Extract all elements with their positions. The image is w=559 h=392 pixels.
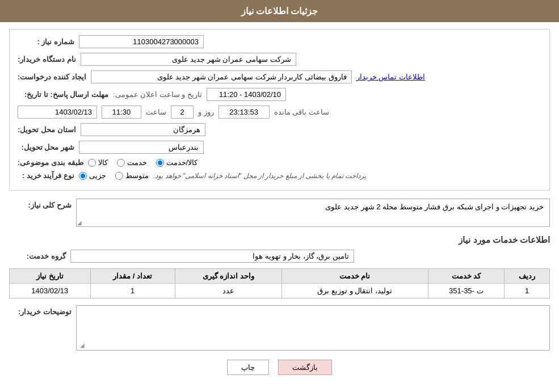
- kala-label: کالا: [98, 158, 108, 167]
- timer-value: 23:13:53: [218, 106, 270, 119]
- motavaset-label: متوسط: [125, 171, 149, 180]
- cell-service-name: تولید، انتقال و توزیع برق: [281, 284, 428, 298]
- requester-row: اطلاعات تماس خریدار فاروق بیضائی کاربردا…: [18, 70, 541, 83]
- khedmat-label: خدمت: [127, 158, 147, 167]
- motavaset-radio[interactable]: [115, 172, 123, 180]
- page-title: جزئیات اطلاعات نیاز: [241, 6, 318, 16]
- col-unit: واحد اندازه گیری: [175, 269, 281, 284]
- response-deadline-label: مهلت ارسال پاسخ: تا تاریخ:: [18, 90, 108, 99]
- buyer-notes-box: ◢: [76, 305, 550, 351]
- timer-row: ساعت باقی مانده 23:13:53 روز و 2 ساعت 11…: [18, 106, 541, 119]
- city-label: شهر محل تحویل:: [18, 143, 74, 151]
- kala-khedmat-radio[interactable]: [156, 159, 164, 167]
- buyer-notes-row: ◢ توضیحات خریدار:: [9, 305, 550, 351]
- remaining-label: ساعت باقی مانده: [274, 108, 329, 116]
- kala-radio[interactable]: [88, 159, 96, 167]
- process-row: پرداخت تمام یا بخشی از مبلغ خریدار از مح…: [18, 171, 541, 180]
- buyer-org-value: شرکت سهامی عمران شهر جدید علوی: [81, 53, 296, 66]
- category-row: کالا/خدمت خدمت کالا طبقه بندی موضوعی:: [18, 158, 541, 167]
- city-value: بندرعباس: [79, 141, 204, 154]
- col-quantity: تعداد / مقدار: [90, 269, 175, 284]
- content-area: 1103004273000003 شماره نیاز : شرکت سهامی…: [0, 22, 559, 387]
- cell-date: 1403/02/13: [10, 284, 91, 298]
- col-row-num: ردیف: [505, 269, 550, 284]
- category-kala[interactable]: کالا: [88, 158, 108, 167]
- contact-link[interactable]: اطلاعات تماس خریدار: [356, 73, 425, 81]
- back-button[interactable]: بازگشت: [278, 360, 332, 375]
- services-section-title: اطلاعات خدمات مورد نیاز: [9, 235, 550, 245]
- service-group-row: تامین برق، گاز، بخار و تهویه هوا گروه خد…: [9, 250, 550, 263]
- city-row: بندرعباس شهر محل تحویل:: [18, 141, 541, 154]
- category-label: طبقه بندی موضوعی:: [18, 158, 83, 167]
- buyer-notes-label: توضیحات خریدار:: [9, 305, 72, 316]
- days-label: روز و: [198, 108, 214, 116]
- print-button[interactable]: چاپ: [227, 360, 269, 375]
- cell-row-num: 1: [505, 284, 550, 298]
- col-service-code: کد خدمت: [428, 269, 505, 284]
- kala-khedmat-label: کالا/خدمت: [166, 158, 198, 167]
- process-jozii[interactable]: جزیی: [79, 171, 106, 180]
- days-value: 2: [171, 106, 194, 119]
- process-note: پرداخت تمام یا بخشی از مبلغ خریدار از مح…: [153, 172, 366, 180]
- description-row: خرید تجهیزات و اجرای شبکه برق فشار متوسط…: [9, 199, 550, 227]
- announce-datetime-label: تاریخ و ساعت اعلان عمومی:: [113, 90, 202, 99]
- description-label: شرح کلی نیاز:: [9, 199, 72, 209]
- page-wrapper: جزئیات اطلاعات نیاز 1103004273000003 شما…: [0, 0, 559, 392]
- col-date: تاریخ نیاز: [10, 269, 91, 284]
- jozii-label: جزیی: [89, 171, 106, 180]
- service-group-value: تامین برق، گاز، بخار و تهویه هوا: [70, 250, 354, 263]
- province-row: هرمزگان استان محل تحویل:: [18, 123, 541, 136]
- category-kala-khedmat[interactable]: کالا/خدمت: [156, 158, 198, 167]
- col-service-name: نام خدمت: [281, 269, 428, 284]
- table-header-row: ردیف کد خدمت نام خدمت واحد اندازه گیری ت…: [10, 269, 550, 284]
- page-header: جزئیات اطلاعات نیاز: [0, 0, 559, 22]
- service-group-label: گروه خدمت:: [9, 252, 66, 260]
- cell-quantity: 1: [90, 284, 175, 298]
- jozii-radio[interactable]: [79, 172, 87, 180]
- announce-datetime-value: 1403/02/10 - 11:20: [207, 88, 286, 101]
- requester-label: ایجاد کننده درخواست:: [18, 73, 86, 81]
- process-label: نوع فرآیند خرید :: [18, 171, 74, 180]
- table-row: 1 ت -35-351 تولید، انتقال و توزیع برق عد…: [10, 284, 550, 298]
- province-value: هرمزگان: [81, 123, 205, 136]
- buttons-row: بازگشت چاپ: [9, 360, 550, 375]
- need-number-label: شماره نیاز :: [18, 37, 74, 46]
- need-number-row: 1103004273000003 شماره نیاز :: [18, 35, 541, 48]
- process-motavaset[interactable]: متوسط: [115, 171, 149, 180]
- time-value: 11:30: [102, 106, 141, 119]
- category-radio-group: کالا/خدمت خدمت کالا: [88, 158, 198, 167]
- cell-unit: عدد: [175, 284, 281, 298]
- need-number-value: 1103004273000003: [79, 35, 204, 48]
- buyer-org-row: شرکت سهامی عمران شهر جدید علوی نام دستگا…: [18, 53, 541, 66]
- dates-row: 1403/02/10 - 11:20 تاریخ و ساعت اعلان عم…: [18, 88, 541, 101]
- form-section: 1103004273000003 شماره نیاز : شرکت سهامی…: [9, 29, 550, 191]
- category-khedmat[interactable]: خدمت: [117, 158, 147, 167]
- resize-handle: ◢: [78, 342, 85, 349]
- requester-value: فاروق بیضائی کاربردار شرکت سهامی عمران ش…: [91, 70, 352, 83]
- cell-service-code: ت -35-351: [428, 284, 505, 298]
- buyer-org-label: نام دستگاه خریدار:: [18, 55, 76, 64]
- khedmat-radio[interactable]: [117, 159, 125, 167]
- services-table: ردیف کد خدمت نام خدمت واحد اندازه گیری ت…: [9, 268, 550, 298]
- response-date-value: 1403/02/13: [18, 106, 97, 119]
- process-radio-group: متوسط جزیی: [79, 171, 149, 180]
- province-label: استان محل تحویل:: [18, 125, 76, 134]
- time-label: ساعت: [146, 108, 166, 116]
- description-value: خرید تجهیزات و اجرای شبکه برق فشار متوسط…: [76, 199, 550, 227]
